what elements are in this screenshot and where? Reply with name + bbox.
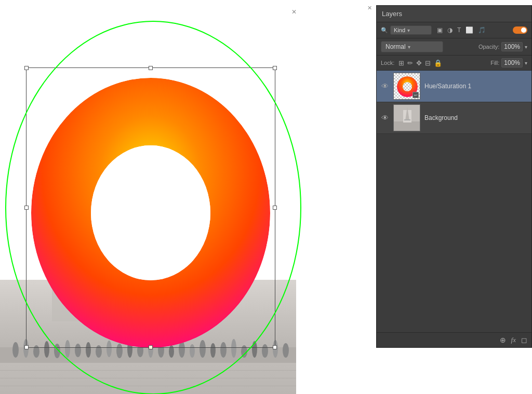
lock-pixel-icon[interactable]: ⊞ bbox=[398, 59, 404, 67]
svg-rect-39 bbox=[404, 119, 410, 120]
link-layers-icon[interactable]: ⊕ bbox=[500, 336, 506, 344]
panel-close-button[interactable]: ✕ bbox=[367, 5, 372, 11]
blend-opacity-row: Normal ▾ Opacity: 100% ▾ bbox=[377, 38, 531, 56]
lock-row: Lock: ⊞ ✏ ✥ ⊟ 🔒 Fill: 100% ▾ bbox=[377, 56, 531, 71]
blend-chevron: ▾ bbox=[408, 44, 410, 50]
search-icon: 🔍 bbox=[381, 27, 388, 34]
panel-footer: ⊕ fx ◻ bbox=[377, 332, 531, 347]
shape-filter-icon[interactable]: ⬜ bbox=[464, 25, 474, 35]
kind-chevron: ▾ bbox=[407, 28, 410, 33]
fill-label: Fill: bbox=[490, 60, 499, 66]
filter-toggle[interactable] bbox=[513, 26, 527, 34]
layer-item[interactable]: 👁 Background bbox=[377, 102, 531, 134]
adjust-filter-icon[interactable]: ◑ bbox=[446, 25, 454, 35]
add-mask-icon[interactable]: ◻ bbox=[521, 336, 527, 344]
text-filter-icon[interactable]: T bbox=[456, 25, 462, 35]
close-x-button[interactable]: ✕ bbox=[291, 8, 297, 16]
pixel-filter-icon[interactable]: ▣ bbox=[436, 25, 444, 35]
visibility-eye-2[interactable]: 👁 bbox=[381, 114, 389, 122]
thumb-svg-2 bbox=[394, 105, 420, 131]
layer-thumb-2 bbox=[393, 104, 420, 131]
fill-group: Fill: 100% ▾ bbox=[490, 58, 527, 67]
panel-header: Layers bbox=[377, 6, 531, 22]
layer-name-2: Background bbox=[424, 114, 527, 121]
svg-point-27 bbox=[283, 343, 289, 358]
panel-title: Layers bbox=[382, 10, 402, 18]
visibility-eye-1[interactable]: 👁 bbox=[381, 82, 389, 90]
opacity-group: Opacity: 100% ▾ bbox=[478, 42, 527, 51]
layers-panel: ✕ Layers 🔍 Kind ▾ ▣ ◑ T ⬜ 🎵 Normal ▾ Opa… bbox=[376, 5, 532, 348]
blend-mode-dropdown[interactable]: Normal ▾ bbox=[381, 41, 443, 52]
lock-label: Lock: bbox=[381, 60, 394, 66]
opacity-chevron[interactable]: ▾ bbox=[525, 44, 527, 50]
filter-row: 🔍 Kind ▾ ▣ ◑ T ⬜ 🎵 bbox=[377, 22, 531, 38]
layers-list: 👁 bbox=[377, 71, 531, 332]
lock-draw-icon[interactable]: ✏ bbox=[407, 59, 413, 67]
lock-icons: ⊞ ✏ ✥ ⊟ 🔒 bbox=[398, 59, 442, 67]
layer-item[interactable]: 👁 bbox=[377, 71, 531, 102]
filter-icons: ▣ ◑ T ⬜ 🎵 bbox=[436, 25, 487, 35]
svg-point-1 bbox=[12, 342, 19, 358]
layer-thumb-1: ↩ bbox=[393, 73, 420, 100]
svg-rect-36 bbox=[394, 121, 420, 131]
fill-chevron[interactable]: ▾ bbox=[525, 60, 527, 66]
layer-badge-1: ↩ bbox=[413, 92, 419, 98]
blend-mode-value: Normal bbox=[385, 43, 406, 50]
lock-all-icon[interactable]: 🔒 bbox=[434, 59, 442, 67]
lock-move-icon[interactable]: ✥ bbox=[416, 59, 422, 67]
smart-filter-icon[interactable]: 🎵 bbox=[477, 25, 487, 35]
opacity-label: Opacity: bbox=[478, 44, 499, 50]
fx-icon[interactable]: fx bbox=[511, 336, 516, 344]
opacity-value[interactable]: 100% bbox=[501, 42, 523, 51]
donut-shape bbox=[23, 67, 283, 379]
layer-name-1: Hue/Saturation 1 bbox=[424, 83, 527, 90]
fill-value[interactable]: 100% bbox=[501, 58, 523, 67]
kind-label: Kind bbox=[394, 27, 405, 33]
kind-dropdown[interactable]: Kind ▾ bbox=[390, 25, 432, 35]
lock-artboard-icon[interactable]: ⊟ bbox=[425, 59, 431, 67]
svg-point-31 bbox=[91, 145, 210, 280]
